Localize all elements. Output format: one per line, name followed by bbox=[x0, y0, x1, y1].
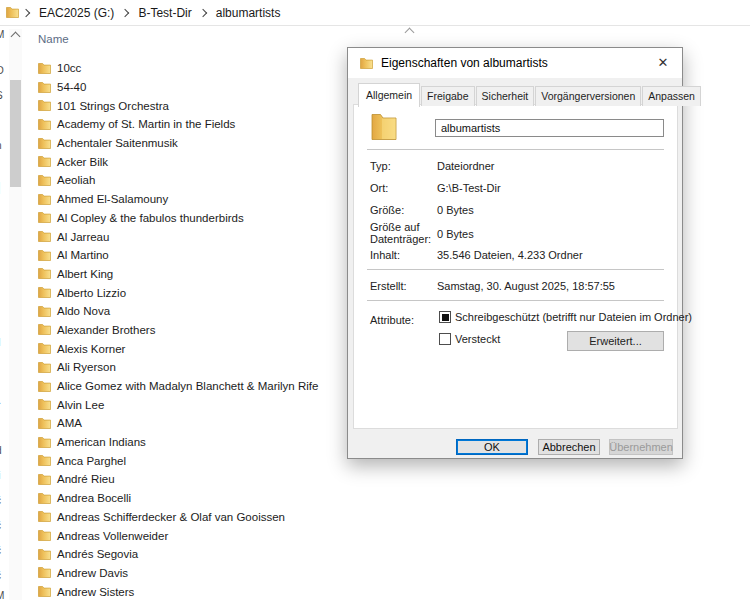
folder-row[interactable]: Andreas Schifferdecker & Olaf van Gooiss… bbox=[30, 508, 360, 527]
size-on-disk-value: 0 Bytes bbox=[437, 228, 669, 240]
breadcrumb-chevron-icon bbox=[22, 8, 30, 16]
created-label: Erstellt: bbox=[370, 280, 434, 292]
folder-icon bbox=[38, 118, 51, 131]
folder-row[interactable]: Andrew Davis bbox=[30, 564, 360, 583]
general-tab-page: Typ:Dateiordner Ort:G:\B-Test-Dir Größe:… bbox=[353, 104, 678, 429]
folder-row[interactable]: Al Jarreau bbox=[30, 227, 360, 246]
folder-row[interactable]: Aeoliah bbox=[30, 171, 360, 190]
folder-row[interactable]: Ahmed El-Salamouny bbox=[30, 190, 360, 209]
folder-row[interactable]: Andrew Sisters bbox=[30, 582, 360, 600]
size-label: Größe: bbox=[370, 204, 434, 216]
folder-icon bbox=[38, 249, 51, 262]
folder-icon bbox=[38, 174, 51, 187]
folder-icon bbox=[38, 305, 51, 318]
folder-icon bbox=[38, 99, 51, 112]
close-icon[interactable]: ✕ bbox=[654, 54, 672, 72]
file-list: 10cc 54-40 101 Strings Orchestra bbox=[30, 59, 360, 600]
folder-row[interactable]: Alexis Korner bbox=[30, 339, 360, 358]
folder-row[interactable]: André Rieu bbox=[30, 470, 360, 489]
folder-name: 54-40 bbox=[57, 81, 86, 93]
folder-icon bbox=[38, 230, 51, 243]
folder-icon bbox=[38, 211, 51, 224]
folder-icon bbox=[38, 62, 51, 75]
folder-name: Andrea Bocelli bbox=[57, 492, 131, 504]
folder-name: Alice Gomez with Madalyn Blanchett & Mar… bbox=[57, 380, 318, 392]
folder-name: Andrés Segovia bbox=[57, 548, 138, 560]
folder-icon bbox=[38, 286, 51, 299]
folder-preview-icon bbox=[371, 112, 397, 145]
address-folder-icon bbox=[6, 6, 19, 19]
cancel-button[interactable]: Abbrechen bbox=[538, 439, 600, 455]
folder-icon bbox=[38, 473, 51, 486]
separator bbox=[367, 149, 664, 150]
folder-name: Alexander Brothers bbox=[57, 324, 155, 336]
checkbox-indeterminate-mark bbox=[442, 314, 449, 321]
size-on-disk-label: Größe auf Datenträger: bbox=[370, 221, 434, 245]
folder-row[interactable]: Alexander Brothers bbox=[30, 321, 360, 340]
folder-row[interactable]: Al Copley & the fabulos thunderbirds bbox=[30, 209, 360, 228]
breadcrumb-segment-parent[interactable]: B-Test-Dir bbox=[138, 6, 191, 20]
folder-row[interactable]: Achentaler Saitenmusik bbox=[30, 134, 360, 153]
readonly-checkbox[interactable] bbox=[439, 311, 451, 323]
dialog-tab[interactable]: Vorgängerversionen bbox=[535, 86, 641, 106]
folder-row[interactable]: Andreas Vollenweider bbox=[30, 526, 360, 545]
column-header-name[interactable]: Name bbox=[38, 33, 69, 45]
folder-name: Ali Ryerson bbox=[57, 361, 116, 373]
folder-row[interactable]: Al Martino bbox=[30, 246, 360, 265]
folder-row[interactable]: Aldo Nova bbox=[30, 302, 360, 321]
navpane-clipped-text: M)OS(n▌I(iiltl.dliččččM bbox=[0, 28, 8, 600]
folder-icon bbox=[38, 454, 51, 467]
folder-name: André Rieu bbox=[57, 473, 115, 485]
folder-row[interactable]: Alberto Lizzio bbox=[30, 283, 360, 302]
contents-label: Inhalt: bbox=[370, 249, 434, 261]
folder-row[interactable]: Ali Ryerson bbox=[30, 358, 360, 377]
folder-row[interactable]: American Indians bbox=[30, 433, 360, 452]
folder-icon bbox=[38, 155, 51, 168]
dialog-title: Eigenschaften von albumartists bbox=[381, 56, 548, 70]
folder-row[interactable]: Albert King bbox=[30, 265, 360, 284]
folder-icon bbox=[38, 492, 51, 505]
ok-button[interactable]: OK bbox=[456, 439, 528, 455]
folder-icon bbox=[38, 585, 51, 598]
folder-row[interactable]: Anca Parghel bbox=[30, 451, 360, 470]
folder-icon bbox=[38, 529, 51, 542]
advanced-button[interactable]: Erweitert... bbox=[567, 331, 664, 351]
folder-row[interactable]: Alvin Lee bbox=[30, 395, 360, 414]
folder-name: Acker Bilk bbox=[57, 156, 108, 168]
folder-name: Anca Parghel bbox=[57, 455, 126, 467]
folder-name: Aeoliah bbox=[57, 174, 95, 186]
hidden-checkbox[interactable] bbox=[439, 333, 451, 345]
folder-icon bbox=[38, 510, 51, 523]
folder-row[interactable]: Acker Bilk bbox=[30, 152, 360, 171]
folder-row[interactable]: 101 Strings Orchestra bbox=[30, 96, 360, 115]
properties-dialog: Eigenschaften von albumartists ✕ Allgeme… bbox=[347, 47, 683, 459]
folder-row[interactable]: AMA bbox=[30, 414, 360, 433]
scroll-up-icon[interactable] bbox=[11, 32, 21, 42]
folder-row[interactable]: 54-40 bbox=[30, 78, 360, 97]
dialog-tab[interactable]: Freigabe bbox=[421, 86, 474, 106]
folder-name: Ahmed El-Salamouny bbox=[57, 193, 168, 205]
folder-name: Albert King bbox=[57, 268, 113, 280]
folder-name-input[interactable] bbox=[435, 119, 664, 137]
folder-icon bbox=[38, 380, 51, 393]
folder-row[interactable]: Alice Gomez with Madalyn Blanchett & Mar… bbox=[30, 377, 360, 396]
address-bar[interactable]: EAC2025 (G:) B-Test-Dir albumartists bbox=[0, 0, 750, 26]
folder-name: Andrew Sisters bbox=[57, 586, 134, 598]
breadcrumb-segment-drive[interactable]: EAC2025 (G:) bbox=[39, 6, 114, 20]
breadcrumb-segment-current[interactable]: albumartists bbox=[216, 6, 281, 20]
separator bbox=[367, 269, 664, 270]
dialog-folder-icon bbox=[360, 57, 373, 70]
dialog-tab[interactable]: Allgemein bbox=[358, 83, 420, 107]
breadcrumb-chevron-icon bbox=[121, 8, 129, 16]
dialog-tab[interactable]: Sicherheit bbox=[476, 86, 535, 106]
folder-row[interactable]: Andrés Segovia bbox=[30, 545, 360, 564]
folder-row[interactable]: Andrea Bocelli bbox=[30, 489, 360, 508]
attributes-label: Attribute: bbox=[370, 314, 414, 326]
nav-scrollbar[interactable] bbox=[9, 29, 22, 600]
dialog-tab[interactable]: Anpassen bbox=[642, 86, 701, 106]
folder-icon bbox=[38, 417, 51, 430]
dialog-titlebar[interactable]: Eigenschaften von albumartists ✕ bbox=[348, 48, 682, 78]
folder-row[interactable]: Academy of St. Martin in the Fields bbox=[30, 115, 360, 134]
nav-scrollbar-thumb[interactable] bbox=[10, 80, 21, 187]
folder-row[interactable]: 10cc bbox=[30, 59, 360, 78]
